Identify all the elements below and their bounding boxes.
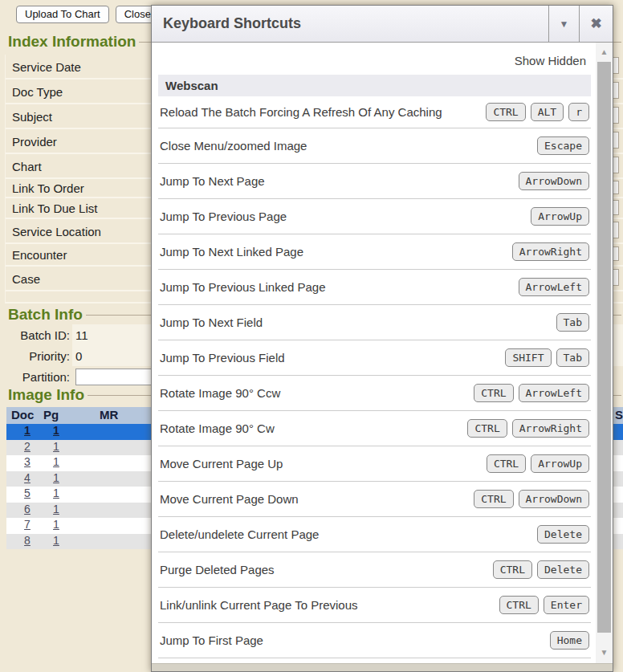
doc-link[interactable]: 4 bbox=[13, 471, 42, 484]
shortcut-row: Rotate Image 90° CwCTRLArrowRight bbox=[158, 411, 591, 446]
shortcut-label: Jump To Previous Page bbox=[160, 209, 287, 224]
dialog-collapse-button[interactable]: ▼ bbox=[548, 6, 579, 42]
shortcut-keys: ArrowLeft bbox=[519, 278, 589, 296]
page-link[interactable]: 1 bbox=[42, 455, 71, 468]
shortcut-label: Close Menu/zoomed Image bbox=[160, 138, 307, 153]
dialog-close-button[interactable]: ✖ bbox=[579, 6, 613, 42]
key-badge: CTRL bbox=[474, 384, 513, 402]
key-badge: CTRL bbox=[486, 103, 525, 121]
key-badge: ArrowRight bbox=[512, 242, 589, 261]
doc-link[interactable]: 6 bbox=[13, 503, 42, 515]
key-badge: Enter bbox=[544, 596, 589, 614]
shortcut-row: Jump To First PageHome bbox=[158, 623, 591, 658]
page-link[interactable]: 1 bbox=[42, 440, 71, 453]
doc-link[interactable]: 7 bbox=[13, 518, 42, 531]
key-badge: ArrowLeft bbox=[519, 278, 589, 296]
doc-link[interactable]: 1 bbox=[13, 424, 42, 437]
index-field-label: Service Date bbox=[12, 59, 81, 73]
page-link[interactable]: 1 bbox=[42, 471, 71, 484]
column-header-doc: Doc bbox=[11, 408, 34, 422]
shortcut-keys: CTRLALTr bbox=[486, 103, 589, 121]
chevron-down-icon: ▼ bbox=[560, 18, 569, 30]
shortcut-keys: SHIFTTab bbox=[505, 348, 589, 367]
shortcut-label: Jump To Previous Linked Page bbox=[160, 279, 326, 295]
shortcut-keys: Delete bbox=[537, 525, 589, 544]
key-badge: Delete bbox=[537, 525, 589, 544]
shortcut-row: Move Current Page DownCTRLArrowDown bbox=[158, 482, 591, 517]
scrollbar-thumb[interactable] bbox=[597, 62, 611, 633]
index-field-label: Encounter bbox=[12, 248, 67, 262]
shortcut-label: Link/unlink Current Page To Previous bbox=[160, 597, 358, 613]
dialog-titlebar[interactable]: Keyboard Shortcuts ▼ ✖ bbox=[152, 6, 613, 43]
page-link[interactable]: 1 bbox=[42, 424, 71, 437]
shortcut-label: Jump To Next Page bbox=[160, 173, 265, 189]
shortcut-keys: CTRLArrowLeft bbox=[474, 384, 589, 402]
key-badge: ArrowLeft bbox=[519, 384, 589, 402]
dialog-content: Show Hidden Webscan Reload The Batch For… bbox=[152, 43, 596, 663]
dialog-scrollbar[interactable]: ▲ ▼ bbox=[596, 43, 613, 663]
key-badge: Delete bbox=[537, 560, 589, 579]
column-header-pg: Pg bbox=[43, 408, 59, 422]
shortcut-row: Close Menu/zoomed ImageEscape bbox=[158, 128, 591, 164]
index-field-label: Subject bbox=[12, 109, 52, 123]
doc-link[interactable]: 5 bbox=[13, 487, 42, 499]
shortcut-keys: CTRLArrowUp bbox=[487, 454, 589, 473]
index-field-label: Link To Due List bbox=[12, 202, 97, 215]
shortcut-keys: ArrowRight bbox=[512, 242, 589, 261]
shortcut-keys: Tab bbox=[556, 313, 589, 332]
page-link[interactable]: 1 bbox=[42, 518, 71, 531]
shortcut-label: Reload The Batch Forcing A Refresh Of An… bbox=[160, 104, 442, 120]
shortcut-row: Jump To Next PageArrowDown bbox=[158, 164, 591, 199]
shortcut-keys: ArrowUp bbox=[531, 207, 589, 226]
page-link[interactable]: 1 bbox=[42, 503, 71, 515]
dialog-title: Keyboard Shortcuts bbox=[163, 6, 301, 42]
key-badge: CTRL bbox=[467, 419, 507, 438]
batch-field-label: Batch ID: bbox=[5, 328, 72, 342]
shortcut-row: Move Current Page UpCTRLArrowUp bbox=[158, 446, 591, 482]
shortcut-keys: Home bbox=[550, 631, 589, 650]
key-badge: Tab bbox=[556, 313, 589, 332]
shortcut-list: Reload The Batch Forcing A Refresh Of An… bbox=[158, 96, 591, 663]
column-header-mr: MR bbox=[100, 408, 118, 422]
section-header-webscan: Webscan bbox=[158, 75, 591, 96]
upload-to-chart-button[interactable]: Upload To Chart bbox=[16, 6, 109, 23]
shortcut-row: Jump To Previous FieldSHIFTTab bbox=[158, 340, 591, 376]
key-badge: ArrowUp bbox=[531, 207, 589, 226]
key-badge: SHIFT bbox=[505, 348, 551, 367]
show-hidden-link[interactable]: Show Hidden bbox=[158, 49, 591, 75]
page-link[interactable]: 1 bbox=[42, 487, 71, 499]
shortcut-label: Jump To Next Field bbox=[160, 315, 263, 330]
screen: Upload To Chart Close ? Index Informatio… bbox=[0, 0, 623, 672]
index-information-title: Index Information bbox=[8, 33, 136, 51]
index-field-label: Service Location bbox=[12, 224, 101, 238]
index-field-label: Doc Type bbox=[12, 84, 63, 98]
key-badge: Home bbox=[550, 631, 589, 650]
scroll-down-icon[interactable]: ▼ bbox=[596, 648, 613, 657]
shortcut-row: Rotate Image 90° CcwCTRLArrowLeft bbox=[158, 376, 591, 411]
shortcut-row: Reload The Batch Forcing A Refresh Of An… bbox=[158, 96, 591, 128]
key-badge: CTRL bbox=[493, 560, 532, 579]
scroll-up-icon[interactable]: ▲ bbox=[596, 47, 613, 56]
page-link[interactable]: 1 bbox=[42, 534, 71, 547]
shortcut-label: Rotate Image 90° Cw bbox=[160, 421, 275, 436]
shortcut-keys: ArrowDown bbox=[519, 172, 589, 190]
close-icon: ✖ bbox=[590, 15, 601, 32]
key-badge: ArrowRight bbox=[512, 419, 589, 438]
shortcut-row: Link/unlink Current Page To PreviousCTRL… bbox=[158, 588, 591, 623]
shortcut-label: Move Current Page Up bbox=[160, 456, 283, 471]
batch-field-label: Priority: bbox=[5, 349, 72, 363]
index-field-label: Link To Order bbox=[12, 181, 84, 195]
shortcut-row: Purge Deleted PagesCTRLDelete bbox=[158, 552, 591, 588]
shortcut-label: Move Current Page Down bbox=[160, 491, 299, 507]
dialog-bottom-edge bbox=[152, 663, 613, 671]
shortcut-keys: CTRLEnter bbox=[499, 596, 589, 614]
index-field-label: Chart bbox=[12, 159, 42, 173]
key-badge: Tab bbox=[556, 348, 589, 367]
doc-link[interactable]: 8 bbox=[13, 534, 42, 547]
doc-link[interactable]: 2 bbox=[13, 440, 42, 453]
column-header-s: S bbox=[615, 408, 623, 422]
index-field-label: Provider bbox=[12, 134, 57, 148]
doc-link[interactable]: 3 bbox=[13, 455, 42, 468]
batch-field-label: Partition: bbox=[5, 370, 72, 384]
key-badge: ArrowDown bbox=[519, 172, 589, 190]
